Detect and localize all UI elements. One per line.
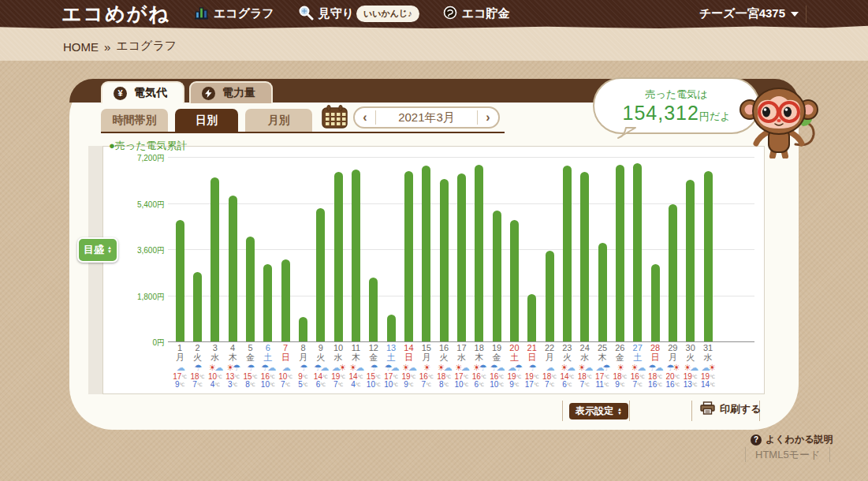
- x-label-day-25: 25木☁☂17℃11℃: [594, 343, 611, 389]
- weather-icons: ☁: [277, 362, 294, 373]
- bar-column: [629, 163, 646, 341]
- low-temp: 4℃: [347, 381, 364, 389]
- nav-item-ecochokin[interactable]: エコ貯金: [443, 6, 510, 22]
- low-temp: 7℃: [576, 381, 594, 389]
- weather-icons: ☂☁: [488, 362, 505, 373]
- account-menu[interactable]: チーズ一宮4375: [699, 6, 799, 21]
- bar-day-16: [440, 179, 449, 341]
- x-label-day-30: 30火☀☁19℃13℃: [682, 343, 699, 389]
- bar-column: [224, 196, 241, 341]
- bar-column: [505, 220, 523, 341]
- subtab-by-month[interactable]: 月別: [245, 109, 312, 132]
- bar-day-27: [633, 163, 642, 341]
- xaxis-track: 1月☁17℃9℃2火☂18℃7℃3水☀☁10℃4℃4木☀☂13℃3℃5金☂15℃…: [171, 343, 717, 389]
- weekday-label: 土: [505, 352, 523, 362]
- cloud-icon: ☁: [702, 363, 709, 372]
- nav-item-ecograph[interactable]: エコグラフ: [194, 6, 274, 22]
- tab-electricity-amount[interactable]: 電力量: [189, 81, 273, 103]
- sun-icon: ☀: [473, 363, 479, 372]
- nav-item-mimamori[interactable]: 見守り いいかんじ♪: [298, 5, 419, 23]
- cloud-icon: ☁: [567, 363, 574, 372]
- print-label: 印刷する: [720, 402, 762, 416]
- day-number: 24: [576, 343, 594, 352]
- breadcrumb-home[interactable]: HOME: [63, 40, 99, 54]
- bubble-amount-line: 154,312円だよ: [623, 102, 731, 125]
- x-label-day-19: 19金☂☁16℃10℃: [488, 343, 505, 389]
- weather-icons: ☂: [523, 362, 541, 373]
- sold-electricity-amount: 154,312: [623, 102, 699, 124]
- weather-icons: ☁☂: [594, 362, 611, 373]
- cloud-icon: ☁: [461, 363, 468, 372]
- x-label-day-23: 23火☀☁14℃6℃: [558, 343, 576, 389]
- sun-icon: ☀: [423, 363, 430, 372]
- weather-icons: ☂☀: [664, 362, 681, 373]
- high-temp: 16℃: [418, 373, 435, 381]
- bar-day-5: [246, 237, 255, 341]
- bar-day-2: [193, 272, 202, 341]
- bar-column: [418, 166, 435, 341]
- calendar-button[interactable]: [322, 105, 348, 129]
- rain-icon: ☂: [603, 363, 609, 372]
- day-number: 22: [541, 343, 558, 352]
- bar-column: [541, 251, 558, 341]
- prev-month-button[interactable]: ‹: [355, 108, 375, 127]
- low-temp: 11℃: [594, 381, 611, 389]
- day-number: 27: [629, 343, 646, 352]
- magnifier-icon: [298, 5, 314, 23]
- help-link[interactable]: ? よくわかる説明: [751, 433, 833, 446]
- low-temp: 4℃: [207, 381, 224, 389]
- low-temp: 7℃: [330, 381, 347, 389]
- x-label-day-13: 13土☂☁17℃10℃: [382, 343, 400, 389]
- day-number: 13: [382, 343, 400, 352]
- day-number: 29: [664, 343, 681, 352]
- app-logo[interactable]: エコめがね: [61, 1, 170, 27]
- weekday-label: 木: [347, 352, 364, 362]
- day-number: 30: [682, 343, 699, 352]
- x-label-day-2: 2火☂18℃7℃: [188, 343, 206, 389]
- cloud-icon: ☁: [214, 363, 222, 372]
- day-number: 28: [646, 343, 664, 352]
- next-month-button[interactable]: ›: [478, 108, 498, 127]
- x-label-day-14: 14日☀☁19℃9℃: [400, 343, 417, 389]
- weekday-label: 火: [188, 352, 206, 362]
- low-temp: 7℃: [541, 381, 558, 389]
- bolt-icon: [202, 87, 215, 100]
- scale-button[interactable]: 目盛 ▲▼: [77, 237, 118, 263]
- weather-icons: ☂☁: [312, 362, 330, 373]
- weekday-label: 水: [699, 352, 717, 362]
- scale-button-label: 目盛: [84, 243, 104, 257]
- nav-item-label: 見守り: [319, 6, 354, 21]
- weekday-label: 金: [241, 352, 259, 362]
- nav-item-label: エコグラフ: [214, 6, 274, 21]
- weekday-label: 日: [277, 352, 294, 362]
- bar-day-25: [598, 243, 607, 341]
- bar-day-15: [422, 166, 430, 341]
- rain-icon: ☂: [300, 363, 307, 372]
- bar-column: [576, 172, 594, 341]
- top-navbar: エコめがね エコグラフ 見守り いいかんじ♪: [0, 0, 868, 30]
- x-label-day-17: 17水☀☁17℃10℃: [453, 343, 470, 389]
- weather-icons: ☂☁: [646, 362, 664, 373]
- day-number: 1: [171, 343, 188, 352]
- rain-icon: ☂: [490, 363, 497, 372]
- day-number: 19: [488, 343, 505, 352]
- bar-day-8: [299, 317, 307, 341]
- high-temp: 18℃: [611, 373, 628, 381]
- print-button[interactable]: 印刷する: [700, 401, 762, 417]
- low-temp: 8℃: [435, 381, 453, 389]
- subtab-by-time[interactable]: 時間帯別: [101, 109, 168, 132]
- weekday-label: 火: [558, 352, 576, 362]
- display-settings-button[interactable]: 表示設定 ▲▼: [569, 403, 628, 419]
- low-temp: 7℃: [188, 381, 206, 389]
- bar-column: [699, 171, 717, 341]
- tab-electricity-cost[interactable]: ¥ 電気代: [101, 81, 184, 103]
- bubble-tail: [617, 127, 637, 143]
- day-number: 12: [365, 343, 382, 352]
- bar-column: [558, 166, 576, 341]
- low-temp: 10℃: [259, 381, 277, 389]
- sun-icon: ☀: [684, 363, 690, 372]
- high-temp: 10℃: [277, 373, 294, 381]
- day-number: 18: [471, 343, 488, 352]
- html5-mode-link[interactable]: HTML5モード: [745, 447, 830, 462]
- subtab-by-day[interactable]: 日別: [175, 109, 238, 132]
